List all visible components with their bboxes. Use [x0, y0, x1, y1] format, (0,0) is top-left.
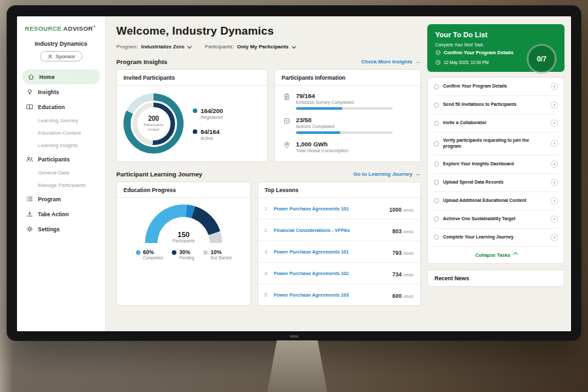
lightbulb-icon	[26, 88, 33, 95]
chevron-right-icon[interactable]: ›	[551, 197, 558, 204]
lesson-row[interactable]: 2 Financial Considerations - VPPAs 803vi…	[258, 220, 420, 241]
task-checkbox[interactable]	[434, 121, 439, 126]
task-achieve-sustainability-target[interactable]: Achieve One Sustainability Target ›	[434, 210, 558, 229]
nav-label: Insights	[38, 89, 59, 95]
dashboard-app: RESOURCE ADVISOR+ Industry Dynamics Spon…	[17, 16, 571, 331]
app-logo: RESOURCE ADVISOR+	[17, 24, 105, 32]
program-filter-value: Industrialize Zero	[141, 44, 184, 50]
task-confirm-program-details[interactable]: Confirm Your Program Details ›	[434, 78, 558, 96]
check-more-insights-link[interactable]: Check More Insights →	[361, 59, 421, 65]
task-complete-learning-journey[interactable]: Complete Your Learning Journey ›	[434, 229, 558, 247]
sidebar-item-program[interactable]: Program	[17, 191, 105, 206]
donut-legend: 164/200 Registered 84/164	[193, 107, 223, 140]
chevron-right-icon[interactable]: ›	[551, 120, 558, 127]
chevron-right-icon[interactable]: ›	[551, 216, 558, 223]
participants-filter-label: Participants:	[205, 44, 234, 50]
arrow-right-icon: →	[415, 171, 421, 177]
task-list-card: Confirm Your Program Details › Send 50 I…	[427, 77, 564, 264]
gauge-center-value: 150	[145, 231, 222, 238]
lesson-link[interactable]: Power Purchase Agreements 103	[274, 292, 389, 298]
sidebar-item-learning-journey[interactable]: Learning Journey	[17, 114, 105, 127]
program-insights-section-header: Program Insights Check More Insights →	[116, 58, 421, 65]
chevron-down-icon	[188, 44, 191, 48]
nav-label: Learning Journey	[38, 118, 78, 123]
people-icon	[26, 155, 33, 163]
sidebar-item-settings[interactable]: Settings	[17, 221, 105, 237]
lesson-row[interactable]: 4 Power Purchase Agreements 102 734views	[258, 263, 420, 284]
education-progress-card: Education Progress 150 Participants	[116, 182, 251, 306]
task-checkbox[interactable]	[434, 84, 439, 90]
chevron-right-icon[interactable]: ›	[551, 140, 558, 147]
sidebar-item-take-action[interactable]: Take Action	[17, 206, 105, 221]
task-verify-participants[interactable]: Verify participants requesting to join t…	[434, 133, 558, 155]
donut-center-label: Participants Invited	[140, 123, 167, 132]
chevron-right-icon[interactable]: ›	[551, 179, 558, 186]
sidebar-item-general-data[interactable]: General Data	[17, 167, 105, 179]
monitor-stand	[267, 340, 327, 392]
go-to-learning-journey-link[interactable]: Go to Learning Journey →	[353, 171, 421, 177]
sidebar-item-education-content[interactable]: Education Content	[17, 127, 105, 139]
list-icon	[26, 195, 33, 203]
home-icon	[27, 73, 35, 80]
section-title-learning-journey: Participant Learning Journey	[116, 171, 202, 178]
logo-resource: RESOURCE	[25, 25, 61, 32]
sidebar-item-insights[interactable]: Insights	[17, 84, 105, 99]
org-name: Industry Dynamics	[17, 41, 105, 47]
invited-participants-card: Invited Participants 200 Participants In…	[116, 69, 268, 162]
sidebar-item-home[interactable]: Home	[22, 69, 100, 84]
task-upload-educational-content[interactable]: Upload Additional Educational Content ›	[434, 192, 558, 210]
task-checkbox[interactable]	[434, 141, 439, 146]
lesson-row[interactable]: 3 Power Purchase Agreements 101 793views	[258, 241, 420, 263]
lesson-link[interactable]: Power Purchase Agreements 101	[274, 206, 385, 212]
gauge-legend: 60% Completed 30%	[136, 249, 231, 260]
chevron-up-icon	[514, 253, 517, 257]
todo-next-task[interactable]: Confirm Your Program Details	[435, 50, 523, 56]
task-checkbox[interactable]	[434, 103, 439, 108]
monitor-brand-logo	[289, 335, 299, 338]
lesson-row[interactable]: 1 Power Purchase Agreements 101 1000view…	[258, 198, 420, 220]
participants-filter-dropdown[interactable]: Participants: Only My Participants	[205, 44, 295, 50]
chevron-down-icon	[292, 44, 296, 48]
todo-panel: Your To Do List Complete Your Next Task:…	[427, 16, 564, 331]
task-upload-spend-data[interactable]: Upload Spend Data Records ›	[434, 174, 558, 192]
chevron-right-icon[interactable]: ›	[551, 101, 558, 108]
sidebar-item-learning-insights[interactable]: Learning Insights	[17, 139, 105, 152]
gear-icon	[26, 225, 33, 233]
nav-label: Education Content	[38, 130, 81, 136]
task-checkbox[interactable]	[434, 161, 439, 167]
sidebar-item-manage-participants[interactable]: Manage Participants	[17, 179, 105, 191]
legend-dot-active	[193, 129, 197, 134]
sponsor-badge[interactable]: Sponsor	[40, 51, 82, 61]
task-checkbox[interactable]	[434, 180, 439, 185]
lesson-row[interactable]: 5 Power Purchase Agreements 103 600views	[258, 284, 420, 305]
lesson-link[interactable]: Power Purchase Agreements 101	[274, 249, 389, 255]
stat-actions-completed: 23/50 Actions Completed	[283, 116, 412, 134]
check-circle-icon	[435, 50, 441, 56]
lesson-link[interactable]: Financial Considerations - VPPAs	[274, 227, 389, 233]
chevron-right-icon[interactable]: ›	[551, 161, 558, 168]
sidebar-item-participants[interactable]: Participants	[17, 152, 105, 167]
insights-cards-row: Invited Participants 200 Participants In…	[116, 69, 421, 162]
todo-title: Your To Do List	[435, 31, 557, 39]
arrow-right-icon: →	[415, 59, 421, 65]
task-checkbox[interactable]	[434, 235, 439, 240]
book-icon	[26, 103, 33, 110]
chevron-right-icon[interactable]: ›	[551, 234, 558, 241]
education-progress-gauge-chart: 150 Participants	[145, 204, 222, 243]
sponsor-label: Sponsor	[56, 54, 75, 59]
nav-label: Take Action	[38, 211, 69, 218]
location-pin-icon	[283, 141, 291, 149]
task-invite-collaborator[interactable]: Invite a Collaborator ›	[434, 114, 558, 133]
program-filter-dropdown[interactable]: Program: Industrialize Zero	[116, 44, 191, 50]
task-send-invitations[interactable]: Send 50 Invitations to Participants ›	[434, 96, 558, 114]
nav-label: Home	[39, 74, 55, 80]
task-checkbox[interactable]	[434, 216, 439, 221]
chevron-right-icon[interactable]: ›	[551, 83, 558, 90]
lesson-link[interactable]: Power Purchase Agreements 102	[274, 270, 389, 276]
sidebar-item-education[interactable]: Education	[17, 99, 105, 114]
progress-fill	[296, 107, 342, 110]
task-checkbox[interactable]	[434, 198, 439, 203]
task-explore-insights-dashboard[interactable]: Explore Your Insights Dashboard ›	[434, 155, 558, 174]
collapse-tasks-button[interactable]: Collapse Tasks	[434, 247, 558, 263]
legend-completed: 60% Completed	[136, 249, 163, 260]
